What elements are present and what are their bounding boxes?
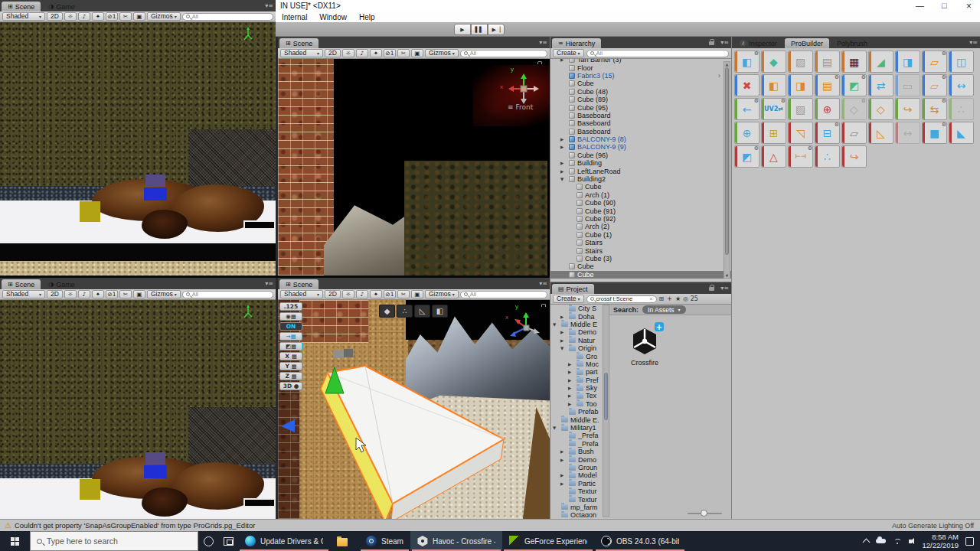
taskbar-app-geforce[interactable]: GeForce Experience xyxy=(502,531,594,551)
close-button[interactable]: × xyxy=(966,1,972,11)
shrink-selection[interactable]: ◨ xyxy=(788,74,813,96)
hierarchy-item[interactable]: Cube (89) xyxy=(550,96,731,103)
panel-menu-icon[interactable]: ▾≡ xyxy=(265,280,273,287)
mirror-objects[interactable]: ⇆ ⚙ xyxy=(922,98,947,120)
set-pivot[interactable]: ⊕ xyxy=(734,122,760,144)
edge-mode-button[interactable]: ◺ xyxy=(414,305,430,318)
project-folder-item[interactable]: Textur xyxy=(550,495,603,503)
material-editor[interactable]: ▤ xyxy=(815,51,840,73)
hierarchy-item[interactable]: BALCONY-9 (8) xyxy=(550,135,731,143)
offset-elements[interactable]: ⊞ xyxy=(761,122,786,144)
hidden-count-badge[interactable]: ◎ 25 xyxy=(683,295,698,302)
project-folder-item[interactable]: Groun xyxy=(550,464,603,471)
hierarchy-item[interactable]: LeftLaneRoad xyxy=(550,167,731,174)
lightmap-uvs[interactable]: UV2⇄ ⚙ xyxy=(761,98,786,120)
expand-arrow-icon[interactable] xyxy=(560,145,567,149)
hierarchy-item[interactable]: Baseboard xyxy=(550,128,731,135)
grid-3d-button[interactable]: 3D ● xyxy=(279,382,302,390)
panel-menu-icon[interactable]: ▾≡ xyxy=(539,280,547,287)
auto-generate-lighting[interactable]: Auto Generate Lighting Off xyxy=(892,522,974,530)
2d-toggle[interactable]: 2D xyxy=(325,290,341,298)
project-tree-scrollbar[interactable] xyxy=(603,305,609,517)
project-folder-item[interactable]: Too xyxy=(550,400,603,408)
face-mode-button[interactable]: ◧ xyxy=(432,305,448,318)
hierarchy-item[interactable]: Cube xyxy=(550,262,731,270)
create-dropdown[interactable]: Create▾ xyxy=(553,49,584,57)
status-message[interactable]: Couldn't get property 'SnapAsGroupEnable… xyxy=(15,521,255,530)
scene-search-input[interactable]: All xyxy=(182,291,273,298)
taskbar-search-input[interactable]: Type here to search xyxy=(30,531,198,551)
project-folder-item[interactable]: City S xyxy=(550,305,603,312)
select-by-color[interactable]: ◩ ⚙ xyxy=(841,74,867,96)
shading-mode-dropdown[interactable]: Shaded▾ xyxy=(280,49,323,57)
menu-internal[interactable]: Internal xyxy=(282,13,307,21)
orientation-gizmo[interactable] xyxy=(506,71,541,106)
task-view-button[interactable] xyxy=(218,531,238,551)
connect-vertices[interactable]: ∴ xyxy=(815,145,840,168)
hierarchy-item[interactable]: Cube (92) xyxy=(550,215,731,223)
hierarchy-scrollbar[interactable]: ▲ ▼ xyxy=(724,61,730,279)
search-scope-dropdown[interactable]: In Assets▾ xyxy=(642,305,686,314)
taskbar-app-havoc[interactable]: Havoc - Crossfire - ... xyxy=(410,531,502,551)
shape-preview-tool[interactable]: ▱ ⚙ xyxy=(922,51,947,73)
audio-icon[interactable]: ♪ xyxy=(356,290,368,298)
2d-toggle[interactable]: 2D xyxy=(47,12,63,21)
effects-dropdown-icon[interactable]: ✦ xyxy=(370,290,382,298)
light-icon[interactable]: ☼ xyxy=(64,12,77,21)
taskbar-app-edge[interactable]: Update Drivers & O... xyxy=(238,531,330,551)
step-button[interactable]: ▶▕ xyxy=(488,24,505,35)
hierarchy-item[interactable]: Baseboard xyxy=(550,119,731,127)
pause-button[interactable]: ▌▌ xyxy=(471,24,488,35)
hierarchy-item[interactable]: Cube (91) xyxy=(550,207,731,214)
hierarchy-item[interactable]: Cube (3) xyxy=(550,255,731,262)
project-folder-item[interactable]: Gro xyxy=(550,352,603,360)
visibility-count-icon[interactable]: ⊘1 xyxy=(106,12,118,21)
project-folder-item[interactable]: Moc xyxy=(550,360,603,368)
panel-menu-icon[interactable]: ▾≡ xyxy=(720,39,729,46)
gizmo-front-label[interactable]: ≡ Front xyxy=(508,103,533,111)
visibility-count-icon[interactable]: ⊘1 xyxy=(384,49,396,57)
tab-game[interactable]: ◑Game xyxy=(42,2,81,11)
camera-dropdown-icon[interactable]: ▣ xyxy=(133,12,145,21)
export-asset[interactable]: ← ⚙ xyxy=(734,98,760,120)
select-by-material[interactable]: ▤ ⚙ xyxy=(815,74,840,96)
project-folder-item[interactable]: Partic xyxy=(550,480,603,487)
expand-arrow-icon[interactable] xyxy=(560,315,567,319)
vertex-mode-button[interactable]: ∴ xyxy=(397,305,413,318)
gizmos-dropdown[interactable]: Gizmos▾ xyxy=(147,12,181,21)
probuilderize-tool[interactable]: ◫ xyxy=(949,51,974,73)
bevel-edges[interactable]: ◹ xyxy=(788,122,813,144)
audio-icon[interactable]: ♪ xyxy=(78,12,90,21)
expand-arrow-icon[interactable] xyxy=(560,330,567,334)
project-folder-item[interactable]: Bush xyxy=(550,448,603,455)
hierarchy-item[interactable]: Cube xyxy=(550,183,731,191)
project-folder-item[interactable]: _Prefa xyxy=(550,440,603,448)
lock-icon[interactable] xyxy=(709,41,714,45)
bridge-edges[interactable]: ↔ xyxy=(895,122,920,144)
conform-normals[interactable]: ◇ ⚙ xyxy=(841,98,867,120)
2d-toggle[interactable]: 2D xyxy=(47,290,63,298)
notification-center-icon[interactable] xyxy=(965,537,974,546)
scene-search-input[interactable]: All xyxy=(460,291,547,298)
bezier-shape-tool[interactable]: ◨ xyxy=(895,51,920,73)
x-axis-grid-button[interactable]: X ▦ xyxy=(279,352,302,360)
expand-arrow-icon[interactable] xyxy=(568,370,574,374)
camera-dropdown-icon[interactable]: ▣ xyxy=(133,290,145,298)
follow-grid-button[interactable]: ◩▦ xyxy=(279,342,302,350)
expand-arrow-icon[interactable] xyxy=(560,481,567,486)
project-search-input[interactable]: crossf t:Scene× xyxy=(586,295,657,303)
wifi-icon[interactable] xyxy=(893,538,902,545)
project-folder-item[interactable]: Textur xyxy=(550,487,603,495)
hierarchy-search-input[interactable]: All xyxy=(586,50,729,57)
hierarchy-item[interactable]: Cube xyxy=(550,271,731,279)
cortana-button[interactable] xyxy=(198,531,218,551)
hierarchy-item[interactable]: Cube (90) xyxy=(550,199,731,207)
expand-arrow-icon[interactable] xyxy=(560,338,567,343)
grow-selection[interactable]: ◧ xyxy=(761,74,786,96)
start-button[interactable] xyxy=(11,537,19,546)
minimize-button[interactable]: — xyxy=(916,1,924,10)
camera-dropdown-icon[interactable]: ▣ xyxy=(411,49,423,57)
expand-arrow-icon[interactable] xyxy=(560,137,567,142)
expand-arrow-icon[interactable] xyxy=(560,449,567,454)
scene-viewport[interactable]: .125◉▦ON→▦◩▦X ▦Y ▦Z ▦3D ● ◆∴◺◧ y x xyxy=(278,300,550,519)
